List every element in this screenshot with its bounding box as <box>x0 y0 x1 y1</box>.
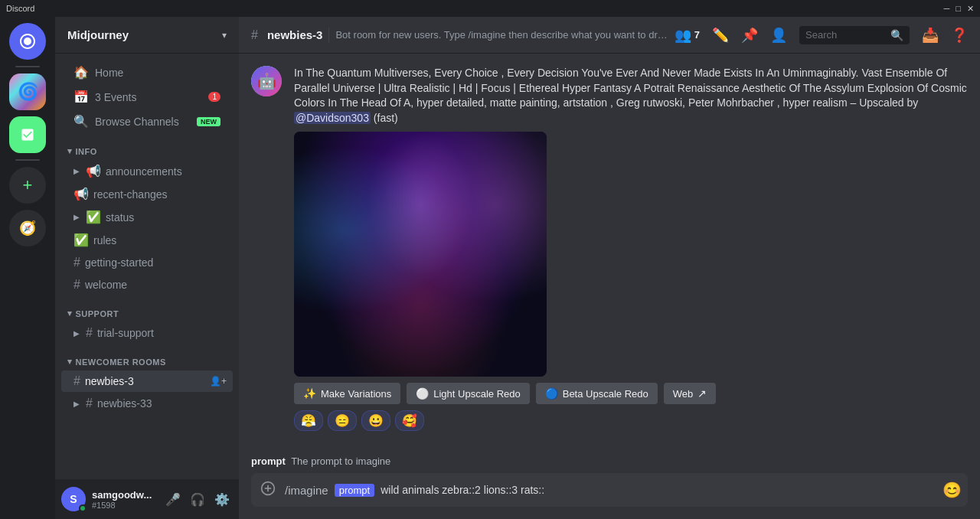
dm-icon[interactable]: 👤 <box>770 27 787 44</box>
collapse-arrow-icon: ▶ <box>74 167 80 175</box>
emoji-button[interactable]: 😊 <box>942 481 962 499</box>
button-label: Web <box>673 388 694 400</box>
channel-announcements[interactable]: ▶ 📢 announcements <box>61 160 233 182</box>
beta-upscale-redo-button[interactable]: 🔵 Beta Upscale Redo <box>536 383 658 404</box>
user-info: samgoodw... #1598 <box>92 489 156 510</box>
help-icon[interactable]: ❓ <box>951 27 968 44</box>
server-icon-home[interactable] <box>9 23 46 60</box>
message-body-suffix: – Upscaled by <box>851 96 919 109</box>
search-input[interactable] <box>805 29 886 41</box>
members-icon[interactable]: 👥 7 <box>675 27 700 44</box>
maximize-button[interactable]: □ <box>956 4 961 14</box>
sidebar-item-home[interactable]: 🏠 Home <box>61 60 233 84</box>
deafen-button[interactable]: 🎧 <box>187 488 208 510</box>
reaction-grin[interactable]: 😀 <box>361 410 390 431</box>
message-avatar: 🤖 <box>251 66 282 96</box>
search-box[interactable]: 🔍 <box>799 26 910 44</box>
messages-area[interactable]: 🤖 In The Quantum Multiverses, Every Choi… <box>239 54 980 449</box>
server-header[interactable]: Midjourney ▾ <box>55 17 239 54</box>
section-collapse-icon: ▾ <box>67 308 73 318</box>
server-icon-midjourney[interactable]: 🌀 <box>9 73 46 110</box>
mention-davidson303[interactable]: @Davidson303 <box>294 112 371 124</box>
home-icon: 🏠 <box>74 65 89 80</box>
user-controls: 🎤 🎧 ⚙️ <box>162 488 233 510</box>
window-controls[interactable]: ─ □ ✕ <box>944 4 974 14</box>
ai-generated-image[interactable] <box>294 132 547 377</box>
main-content: # newbies-3 Bot room for new users. Type… <box>239 17 980 519</box>
discover-button[interactable]: 🧭 <box>9 210 46 246</box>
channel-rules[interactable]: ✅ rules <box>61 229 233 251</box>
events-badge: 1 <box>208 92 220 102</box>
message-input[interactable] <box>381 484 936 496</box>
section-label: SUPPORT <box>76 309 119 318</box>
user-panel: S samgoodw... #1598 🎤 🎧 ⚙️ <box>55 479 239 519</box>
member-count-icon: 👥 <box>675 27 691 44</box>
header-icons: 👥 7 ✏️ 📌 👤 🔍 📥 ❓ <box>675 26 968 44</box>
sidebar-item-label: Browse Channels <box>95 116 179 128</box>
channel-label: announcements <box>106 165 182 178</box>
channel-label: trial-support <box>97 327 154 339</box>
collapse-arrow-icon: ▶ <box>74 400 80 408</box>
message-add-icon[interactable] <box>257 475 279 506</box>
channel-trial-support[interactable]: ▶ # trial-support <box>61 322 233 344</box>
message-content: In The Quantum Multiverses, Every Choice… <box>294 66 968 431</box>
message-text: In The Quantum Multiverses, Every Choice… <box>294 66 968 126</box>
reaction-heart-eyes[interactable]: 🥰 <box>395 410 424 431</box>
channel-status[interactable]: ▶ ✅ status <box>61 206 233 228</box>
add-member-icon[interactable]: 👤+ <box>210 376 227 387</box>
settings-button[interactable]: ⚙️ <box>211 488 233 510</box>
channel-newbies-33[interactable]: ▶ # newbies-33 <box>61 393 233 414</box>
mute-button[interactable]: 🎤 <box>162 488 184 510</box>
pin-icon[interactable]: 📌 <box>741 27 758 44</box>
section-collapse-icon: ▾ <box>67 357 73 367</box>
channel-getting-started[interactable]: # getting-started <box>61 252 233 273</box>
button-label: Light Upscale Redo <box>433 388 520 400</box>
channel-newbies-3[interactable]: # newbies-3 👤+ <box>61 370 233 392</box>
search-icon: 🔍 <box>890 29 903 41</box>
reaction-bar: 😤 😑 😀 🥰 <box>294 410 968 431</box>
message-item: 🤖 In The Quantum Multiverses, Every Choi… <box>251 66 968 431</box>
svg-rect-18 <box>265 488 271 489</box>
server-icon-green[interactable] <box>9 116 46 153</box>
hash-icon: # <box>86 326 93 340</box>
sidebar-item-events[interactable]: 📅 3 Events 1 <box>61 85 233 109</box>
reaction-angry[interactable]: 😤 <box>294 410 323 431</box>
external-link-icon: ↗ <box>697 387 707 400</box>
sidebar-item-label: Home <box>95 67 123 79</box>
web-button[interactable]: Web ↗ <box>664 383 717 404</box>
close-button[interactable]: ✕ <box>967 4 974 14</box>
section-header-support[interactable]: ▾ SUPPORT <box>55 296 239 322</box>
button-label: Beta Upscale Redo <box>563 388 648 400</box>
section-header-newcomer[interactable]: ▾ NEWCOMER ROOMS <box>55 344 239 370</box>
app-title: Discord <box>6 4 34 13</box>
channel-name: newbies-3 <box>267 28 323 41</box>
user-tag: #1598 <box>92 501 156 510</box>
online-status-dot <box>79 504 87 512</box>
minimize-button[interactable]: ─ <box>944 4 950 14</box>
section-header-info[interactable]: ▾ INFO <box>55 134 239 159</box>
circle-light-icon: ⚪ <box>416 387 429 400</box>
channel-welcome[interactable]: # welcome <box>61 274 233 295</box>
channel-label: newbies-33 <box>97 397 152 410</box>
server-divider <box>15 66 40 67</box>
inbox-icon[interactable]: 📥 <box>922 27 939 44</box>
megaphone-icon: 📢 <box>74 187 89 201</box>
sidebar-item-browse[interactable]: 🔍 Browse Channels NEW <box>61 109 233 133</box>
collapse-arrow-icon: ▶ <box>74 329 80 338</box>
hash-icon: # <box>74 278 80 292</box>
add-server-button[interactable]: + <box>9 167 46 204</box>
server-name: Midjourney <box>67 28 129 41</box>
channel-recent-changes[interactable]: 📢 recent-changes <box>61 183 233 205</box>
circle-blue-icon: 🔵 <box>545 387 558 400</box>
light-upscale-redo-button[interactable]: ⚪ Light Upscale Redo <box>407 383 529 404</box>
reaction-expressionless[interactable]: 😑 <box>328 410 357 431</box>
section-collapse-icon: ▾ <box>67 146 73 156</box>
server-divider-2 <box>15 159 40 161</box>
member-count: 7 <box>694 29 700 41</box>
edit-icon[interactable]: ✏️ <box>712 27 729 44</box>
hash-icon: # <box>74 256 80 269</box>
browse-icon: 🔍 <box>74 114 89 129</box>
channel-hash-icon: # <box>251 28 258 42</box>
make-variations-button[interactable]: ✨ Make Variations <box>294 383 400 404</box>
channel-description: Bot room for new users. Type /imagine th… <box>335 29 668 41</box>
